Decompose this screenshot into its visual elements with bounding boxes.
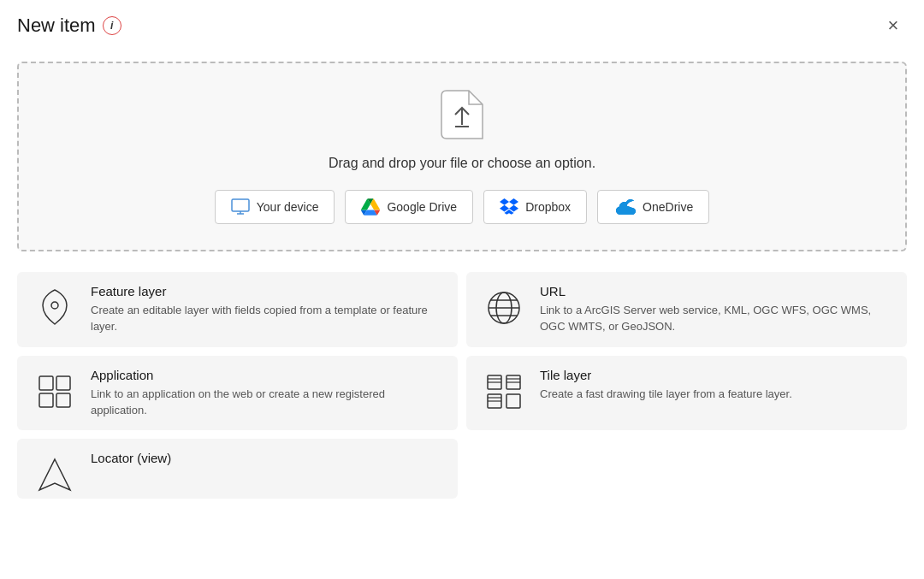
url-title: URL: [540, 284, 893, 298]
svg-rect-2: [232, 199, 249, 211]
upload-buttons: Your device Google Drive: [215, 190, 709, 224]
your-device-button[interactable]: Your device: [215, 190, 335, 224]
application-title: Application: [91, 368, 444, 382]
locator-card[interactable]: Locator (view): [17, 439, 458, 499]
dialog-title: New item: [17, 15, 96, 37]
tile-layer-text: Tile layer Create a fast drawing tile la…: [540, 368, 792, 403]
tile-layer-title: Tile layer: [540, 368, 792, 382]
url-desc: Link to a ArcGIS Server web service, KML…: [540, 303, 893, 335]
url-text: URL Link to a ArcGIS Server web service,…: [540, 284, 893, 335]
close-button[interactable]: ×: [880, 12, 907, 39]
info-button[interactable]: i: [103, 16, 121, 35]
application-icon: [31, 368, 79, 416]
application-desc: Link to an application on the web or cre…: [91, 387, 444, 419]
upload-icon: [440, 89, 484, 140]
url-icon: [480, 284, 528, 332]
dropbox-button[interactable]: Dropbox: [483, 190, 587, 224]
locator-title: Locator (view): [91, 451, 171, 465]
header-left: New item i: [17, 15, 121, 37]
svg-rect-11: [39, 376, 53, 390]
application-card[interactable]: Application Link to an application on th…: [17, 356, 458, 431]
options-grid: Feature layer Create an editable layer w…: [17, 272, 907, 499]
svg-point-5: [51, 302, 58, 309]
tile-layer-icon: [480, 368, 528, 416]
locator-icon: [31, 451, 79, 499]
tile-layer-desc: Create a fast drawing tile layer from a …: [540, 387, 792, 403]
feature-layer-card[interactable]: Feature layer Create an editable layer w…: [17, 272, 458, 347]
svg-rect-18: [506, 394, 520, 408]
tile-layer-card[interactable]: Tile layer Create a fast drawing tile la…: [466, 356, 907, 431]
upload-icon-wrap: [440, 89, 484, 144]
application-text: Application Link to an application on th…: [91, 368, 444, 419]
new-item-dialog: New item i × Drag and drop your file or …: [0, 0, 924, 579]
google-drive-icon: [361, 198, 380, 216]
drop-text: Drag and drop your file or choose an opt…: [329, 156, 595, 171]
feature-layer-title: Feature layer: [91, 284, 444, 298]
feature-layer-icon: [31, 284, 79, 332]
dropbox-icon: [500, 198, 518, 216]
url-card[interactable]: URL Link to a ArcGIS Server web service,…: [466, 272, 907, 347]
locator-text: Locator (view): [91, 451, 171, 470]
google-drive-button[interactable]: Google Drive: [345, 190, 473, 224]
feature-layer-text: Feature layer Create an editable layer w…: [91, 284, 444, 335]
onedrive-icon: [613, 199, 636, 215]
dialog-header: New item i ×: [0, 0, 924, 48]
drop-zone: Drag and drop your file or choose an opt…: [17, 62, 907, 251]
svg-marker-25: [39, 459, 70, 490]
svg-rect-14: [56, 393, 70, 407]
svg-rect-12: [56, 376, 70, 390]
monitor-icon: [231, 198, 250, 216]
onedrive-button[interactable]: OneDrive: [597, 190, 709, 224]
svg-rect-13: [39, 393, 53, 407]
dialog-body: Drag and drop your file or choose an opt…: [0, 48, 924, 579]
feature-layer-desc: Create an editable layer with fields cop…: [91, 303, 444, 335]
